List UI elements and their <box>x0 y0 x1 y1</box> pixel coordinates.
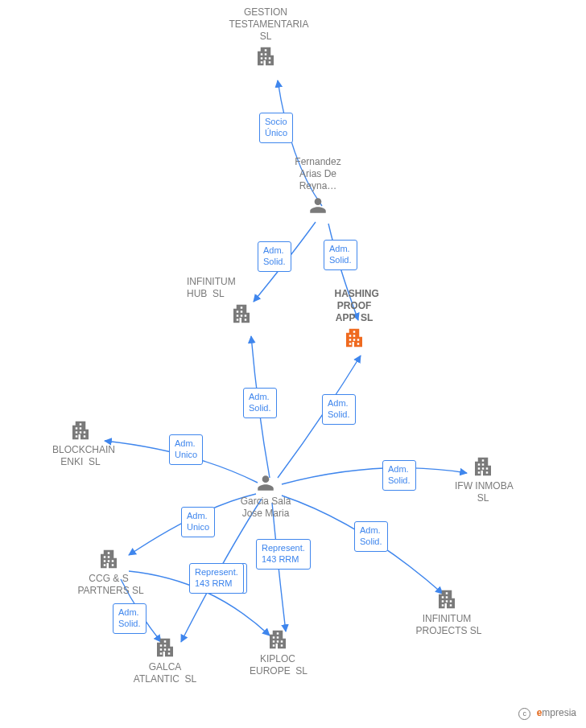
edge-label[interactable]: Adm. Solid. <box>354 521 388 552</box>
edge-label[interactable]: Adm. Unico <box>169 434 203 465</box>
edge-label[interactable]: Adm. Solid. <box>113 603 146 634</box>
person-icon[interactable] <box>307 194 328 216</box>
company-icon[interactable] <box>97 547 121 571</box>
company-icon[interactable] <box>229 302 254 326</box>
edge-label[interactable]: Adm. Solid. <box>243 388 277 418</box>
company-icon[interactable] <box>471 454 495 479</box>
edge-label[interactable]: Adm. Solid. <box>258 241 291 272</box>
edges-svg <box>0 0 586 728</box>
company-icon[interactable] <box>68 418 93 442</box>
person-icon[interactable] <box>255 471 276 494</box>
copyright-symbol: c <box>518 708 530 720</box>
relationship-edge <box>282 468 467 484</box>
node-label[interactable]: HASHING PROOF APP SL <box>335 288 374 324</box>
node-label[interactable]: KIPLOC EUROPE SL <box>250 653 306 677</box>
edge-label[interactable]: Adm. Solid. <box>322 394 356 425</box>
edge-label[interactable]: Adm. Solid. <box>382 460 416 491</box>
edge-label[interactable]: Represent. 143 RRM <box>256 539 311 570</box>
node-label[interactable]: CCG & S PARTNERS SL <box>78 573 140 597</box>
edge-label[interactable]: Adm. Solid. <box>324 240 357 270</box>
node-label[interactable]: INFINITUM HUB SL <box>187 276 237 300</box>
node-label[interactable]: GALCA ATLANTIC SL <box>131 661 199 685</box>
brand-rest: mpresia <box>542 707 576 718</box>
node-label[interactable]: INFINITUM PROJECTS SL <box>416 613 478 637</box>
edge-label[interactable]: Adm. Unico <box>181 507 215 537</box>
company-icon[interactable] <box>342 326 366 350</box>
node-label[interactable]: IFW INMOBA SL <box>455 480 511 504</box>
company-icon[interactable] <box>266 627 290 652</box>
company-icon[interactable] <box>254 44 278 68</box>
company-icon[interactable] <box>153 635 177 660</box>
node-label[interactable]: GESTION TESTAMENTARIA SL <box>229 6 303 43</box>
edge-label[interactable]: Socio Único <box>259 113 293 143</box>
diagram-canvas: c empresia GESTION TESTAMENTARIA SLFerna… <box>0 0 586 728</box>
company-icon[interactable] <box>435 587 459 611</box>
edge-label[interactable]: Represent. 143 RRM <box>189 563 244 594</box>
node-label[interactable]: BLOCKCHAIN ENKI SL <box>52 444 109 468</box>
copyright-footer: c empresia <box>518 707 576 720</box>
node-label[interactable]: Fernandez Arias De Reyna… <box>293 156 344 192</box>
node-label[interactable]: Garcia Sala Jose Maria <box>235 496 297 520</box>
